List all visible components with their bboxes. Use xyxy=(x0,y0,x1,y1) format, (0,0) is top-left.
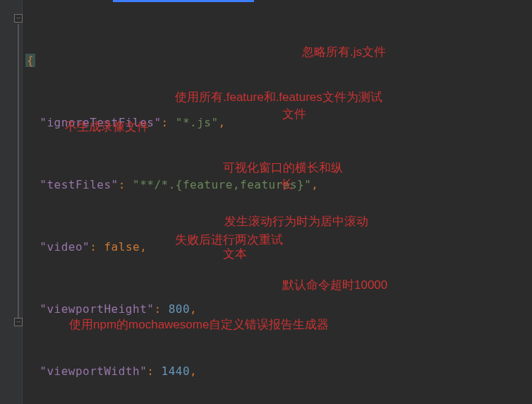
key-viewportHeight: "viewportHeight" xyxy=(40,302,154,316)
val-ignoreTestFiles: "*.js" xyxy=(176,116,219,129)
open-brace: { xyxy=(25,54,35,67)
annot-timeout: 默认命令超时10000 xyxy=(282,278,387,292)
annot-testfiles-1: 使用所有.feature和.features文件为测试 xyxy=(175,90,382,105)
annot-scroll: 发生滚动行为时为居中滚动 xyxy=(224,215,368,229)
annot-viewport-2: 长 xyxy=(281,178,293,192)
key-video: "video" xyxy=(40,240,90,254)
annot-video: 不生成录像文件 xyxy=(65,120,149,134)
active-tab-indicator xyxy=(113,0,254,2)
val-video: false xyxy=(104,240,140,254)
fold-open-icon[interactable]: − xyxy=(14,14,23,23)
fold-guide xyxy=(18,24,19,318)
fold-close-icon[interactable]: − xyxy=(14,318,23,326)
editor-gutter: − − xyxy=(0,0,23,404)
key-testFiles: "testFiles" xyxy=(40,178,118,191)
annot-testfiles-2: 文件 xyxy=(282,107,306,121)
annot-ignore: 忽略所有.js文件 xyxy=(302,45,386,59)
code-editor[interactable]: { "ignoreTestFiles": "*.js", "testFiles"… xyxy=(25,14,318,404)
annot-reporter: 使用npm的mochawesome自定义错误报告生成器 xyxy=(69,318,329,332)
annot-retries-2: 文本 xyxy=(223,247,247,261)
val-viewportHeight: 800 xyxy=(169,302,190,316)
key-viewportWidth: "viewportWidth" xyxy=(40,364,147,378)
val-viewportWidth: 1440 xyxy=(162,364,191,378)
annot-viewport-1: 可视化窗口的横长和纵 xyxy=(223,161,343,175)
annot-retries-1: 失败后进行两次重试 xyxy=(175,233,283,247)
